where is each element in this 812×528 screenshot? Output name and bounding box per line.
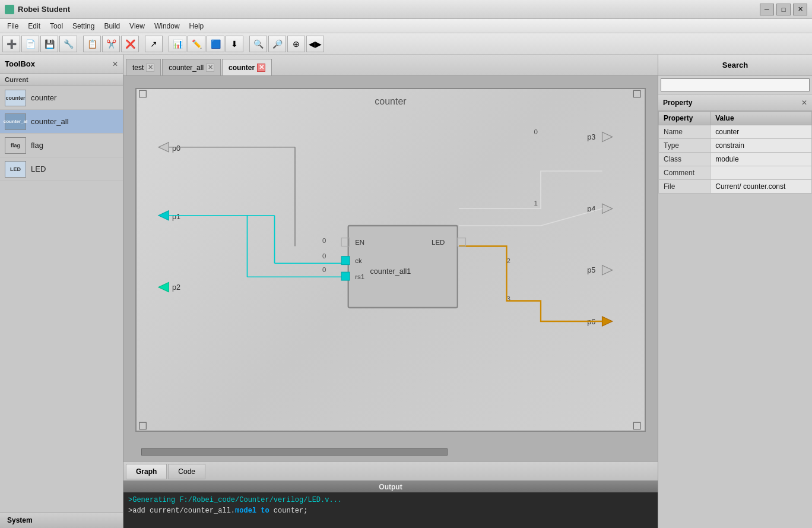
property-row-2: Classmodule bbox=[659, 153, 812, 166]
property-value-2: module bbox=[710, 153, 812, 166]
svg-rect-0 bbox=[139, 90, 147, 97]
tab-test-close-icon[interactable]: ✕ bbox=[146, 64, 154, 72]
svg-rect-39 bbox=[458, 238, 466, 246]
output-header: Output bbox=[123, 482, 658, 492]
menu-item-window[interactable]: Window bbox=[150, 21, 185, 31]
menu-item-setting[interactable]: Setting bbox=[68, 21, 99, 31]
code-tab-label: Code bbox=[178, 467, 195, 476]
output-content: >Generating F:/Robei_code/Counter/verilo… bbox=[123, 492, 658, 518]
property-value-3 bbox=[710, 166, 812, 180]
tab-counter-all[interactable]: counter_all ✕ bbox=[162, 59, 221, 75]
toolbar-btn-7[interactable]: ↗ bbox=[145, 36, 163, 52]
tab-counter-label: counter bbox=[229, 64, 255, 72]
toolbar-btn-9[interactable]: ✏️ bbox=[188, 36, 205, 52]
canvas-container[interactable]: counter p0 0 p1 bbox=[123, 76, 658, 461]
schematic-svg: p0 0 p1 0 0 bbox=[137, 89, 645, 431]
menu-item-view[interactable]: View bbox=[125, 21, 150, 31]
svg-text:rs1: rs1 bbox=[355, 273, 364, 280]
tab-counter-all-close-icon[interactable]: ✕ bbox=[206, 64, 214, 72]
toolbox-item-counter[interactable]: counter counter bbox=[0, 86, 123, 110]
toolbox-item-led[interactable]: LED LED bbox=[0, 157, 123, 181]
tab-test[interactable]: test ✕ bbox=[126, 59, 161, 75]
tab-counter-close-icon[interactable]: ✕ bbox=[257, 64, 265, 72]
minimize-button[interactable]: ─ bbox=[760, 4, 774, 15]
toolbar-btn-4[interactable]: 📋 bbox=[83, 36, 101, 52]
property-close-icon[interactable]: ✕ bbox=[801, 99, 807, 107]
counter-icon: counter bbox=[5, 90, 26, 106]
toolbar-btn-15[interactable]: ◀▶ bbox=[306, 36, 324, 52]
toolbar: ➕📄💾🔧📋✂️❌↗📊✏️🟦⬇🔍🔎⊕◀▶ bbox=[0, 33, 812, 55]
property-value-0: counter bbox=[710, 125, 812, 139]
search-input-row bbox=[658, 76, 812, 94]
menu-item-help[interactable]: Help bbox=[185, 21, 209, 31]
title-bar-controls: ─ □ ✕ bbox=[760, 4, 807, 15]
tab-counter[interactable]: counter ✕ bbox=[222, 59, 272, 75]
close-button[interactable]: ✕ bbox=[793, 4, 807, 15]
toolbar-btn-13[interactable]: 🔎 bbox=[268, 36, 286, 52]
main-layout: ToolBox ✕ Current counter counter counte… bbox=[0, 55, 812, 528]
horizontal-scrollbar[interactable] bbox=[135, 448, 646, 456]
toolbox-item-flag[interactable]: flag flag bbox=[0, 134, 123, 157]
search-header: Search bbox=[658, 55, 812, 76]
property-row-4: FileCurrent/ counter.const bbox=[659, 180, 812, 194]
svg-text:0: 0 bbox=[322, 266, 326, 273]
toolbar-btn-1[interactable]: 📄 bbox=[21, 36, 39, 52]
svg-text:p1: p1 bbox=[172, 213, 180, 221]
system-button[interactable]: System bbox=[0, 512, 123, 528]
menu-item-build[interactable]: Build bbox=[99, 21, 125, 31]
toolbar-btn-10[interactable]: 🟦 bbox=[207, 36, 224, 52]
property-col-header: Property bbox=[659, 112, 710, 125]
svg-rect-3 bbox=[633, 422, 640, 429]
toolbar-btn-12[interactable]: 🔍 bbox=[249, 36, 267, 52]
menu-item-tool[interactable]: Tool bbox=[45, 21, 68, 31]
bottom-tab-code[interactable]: Code bbox=[168, 464, 205, 479]
left-panel: ToolBox ✕ Current counter counter counte… bbox=[0, 55, 123, 528]
toolbar-btn-3[interactable]: 🔧 bbox=[59, 36, 77, 52]
right-panel: Search Property ✕ Property Value Namecou… bbox=[658, 55, 812, 528]
menu-item-edit[interactable]: Edit bbox=[23, 21, 45, 31]
menu-bar: FileEditToolSettingBuildViewWindowHelp bbox=[0, 19, 812, 33]
search-input[interactable] bbox=[661, 78, 810, 91]
property-value-4: Current/ counter.const bbox=[710, 180, 812, 194]
svg-marker-23 bbox=[602, 204, 613, 213]
svg-text:EN: EN bbox=[355, 239, 364, 246]
svg-text:1: 1 bbox=[534, 200, 538, 207]
counter-all-label: counter_all bbox=[31, 117, 69, 126]
led-icon: LED bbox=[5, 161, 26, 178]
svg-marker-29 bbox=[602, 317, 613, 326]
toolbox-close-icon[interactable]: ✕ bbox=[112, 60, 118, 68]
svg-text:0: 0 bbox=[534, 128, 538, 135]
property-key-2: Class bbox=[659, 153, 710, 166]
to-keyword: to bbox=[261, 507, 269, 515]
toolbar-btn-6[interactable]: ❌ bbox=[121, 36, 139, 52]
bottom-tabs: Graph Code bbox=[123, 461, 658, 480]
toolbox-title: ToolBox bbox=[5, 59, 35, 68]
title-bar-left: Robei Student bbox=[5, 5, 70, 14]
toolbar-btn-0[interactable]: ➕ bbox=[2, 36, 20, 52]
tab-bar: test ✕ counter_all ✕ counter ✕ bbox=[123, 55, 658, 76]
property-row-1: Typeconstrain bbox=[659, 139, 812, 153]
svg-text:counter_all1: counter_all1 bbox=[370, 267, 411, 276]
canvas-area[interactable]: counter p0 0 p1 bbox=[135, 88, 646, 432]
toolbox-item-counter-all[interactable]: counter_al counter_all bbox=[0, 110, 123, 134]
maximize-button[interactable]: □ bbox=[776, 4, 791, 15]
toolbar-btn-2[interactable]: 💾 bbox=[40, 36, 58, 52]
current-section-label: Current bbox=[0, 74, 123, 86]
toolbar-btn-8[interactable]: 📊 bbox=[169, 36, 186, 52]
toolbar-btn-5[interactable]: ✂️ bbox=[102, 36, 120, 52]
property-table: Property Value NamecounterTypeconstrainC… bbox=[658, 111, 812, 194]
bottom-tab-graph[interactable]: Graph bbox=[126, 464, 167, 479]
property-row-0: Namecounter bbox=[659, 125, 812, 139]
property-key-0: Name bbox=[659, 125, 710, 139]
toolbar-btn-14[interactable]: ⊕ bbox=[287, 36, 305, 52]
svg-rect-1 bbox=[633, 90, 640, 97]
svg-text:p5: p5 bbox=[587, 266, 595, 274]
property-key-3: Comment bbox=[659, 166, 710, 180]
svg-text:0: 0 bbox=[322, 252, 326, 260]
graph-tab-label: Graph bbox=[136, 467, 157, 476]
scrollbar-thumb[interactable] bbox=[141, 448, 448, 456]
output-panel: Output >Generating F:/Robei_code/Counter… bbox=[123, 480, 658, 528]
toolbar-btn-11[interactable]: ⬇ bbox=[226, 36, 243, 52]
menu-item-file[interactable]: File bbox=[2, 21, 23, 31]
svg-text:p3: p3 bbox=[587, 133, 595, 141]
